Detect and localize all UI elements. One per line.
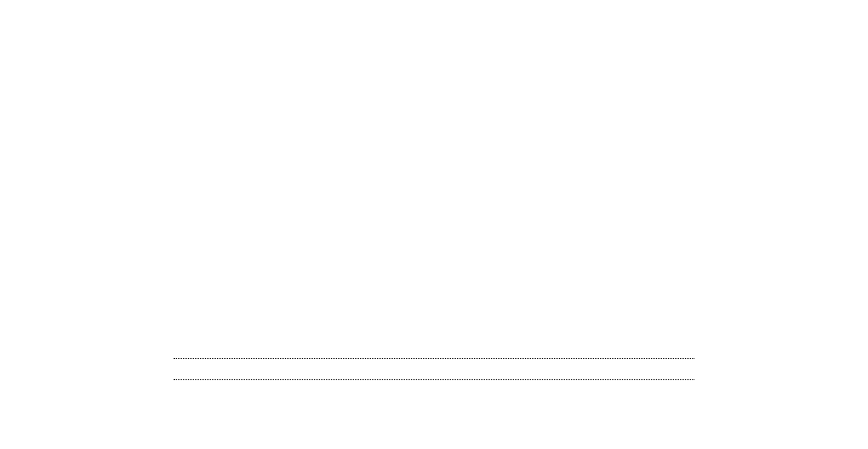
figure-canvas [0,0,868,449]
mutation-landscape-figure [0,0,868,449]
sample-labels-strip [174,358,694,380]
